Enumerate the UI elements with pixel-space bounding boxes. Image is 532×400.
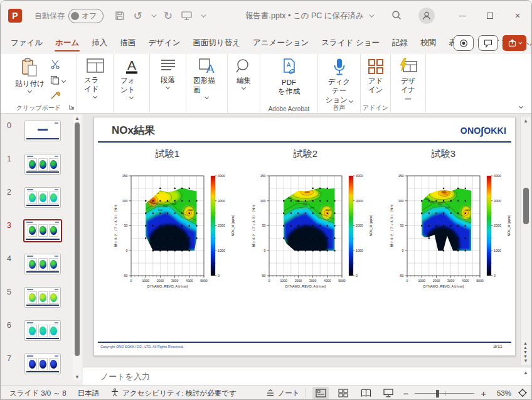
slide-counter[interactable]: スライド 3/0 ～ 8 bbox=[9, 389, 66, 398]
format-painter-icon[interactable] bbox=[50, 91, 65, 102]
zoom-slider[interactable] bbox=[415, 387, 474, 400]
scroll-up-icon[interactable]: ▲ bbox=[521, 118, 531, 124]
clipboard-group-label: クリップボード bbox=[1, 104, 77, 112]
tab-ホーム[interactable]: ホーム bbox=[49, 33, 85, 54]
slide-thumbnail-6[interactable] bbox=[24, 320, 61, 341]
copy-icon[interactable] bbox=[50, 75, 60, 87]
svg-text:2000: 2000 bbox=[430, 201, 435, 203]
document-title[interactable]: 報告書.pptx • この PC に保存済み bbox=[245, 1, 373, 31]
thumbnail-scrollbar-thumb[interactable] bbox=[75, 122, 80, 356]
search-icon[interactable] bbox=[391, 9, 402, 23]
language-indicator[interactable]: 日本語 bbox=[78, 389, 100, 398]
addins-grid-icon bbox=[367, 58, 385, 75]
copy-dropdown-icon[interactable] bbox=[61, 78, 66, 83]
accessibility-status[interactable]: アクセシビリティ: 検討が必要です bbox=[110, 388, 237, 398]
slideshow-from-start-icon[interactable] bbox=[181, 11, 192, 21]
comments-button[interactable] bbox=[478, 35, 498, 51]
zoom-out-button[interactable]: − bbox=[403, 388, 408, 399]
quick-access-dropdown-icon[interactable] bbox=[201, 12, 206, 17]
contour-plot-1[interactable]: 試験1 300025002000150010003000 01000200030… bbox=[112, 165, 238, 295]
autosave-toggle[interactable]: オフ bbox=[68, 9, 104, 23]
close-button[interactable]: × bbox=[504, 1, 531, 31]
tab-画面切り替え[interactable]: 画面切り替え bbox=[186, 33, 247, 54]
svg-text:A: A bbox=[206, 62, 214, 75]
tab-ファイル[interactable]: ファイル bbox=[4, 33, 49, 54]
record-button[interactable] bbox=[454, 35, 474, 51]
share-button[interactable] bbox=[503, 35, 526, 51]
svg-text:4000: 4000 bbox=[462, 279, 469, 283]
svg-text:NOx_M [ppm]: NOx_M [ppm] bbox=[231, 215, 235, 236]
slideshow-view-button[interactable] bbox=[380, 387, 396, 400]
drawing-button[interactable]: A 図形描画 bbox=[190, 57, 223, 99]
tab-校閲[interactable]: 校閲 bbox=[414, 33, 442, 54]
svg-text:2000: 2000 bbox=[433, 279, 440, 283]
svg-text:4000: 4000 bbox=[324, 279, 331, 283]
svg-text:1000: 1000 bbox=[356, 249, 363, 252]
designer-button[interactable]: デザイナー bbox=[395, 57, 422, 104]
svg-text:1000: 1000 bbox=[494, 249, 501, 252]
tab-デザイン[interactable]: デザイン bbox=[142, 33, 186, 54]
powerpoint-app-icon[interactable]: P bbox=[8, 9, 22, 23]
svg-text:-50: -50 bbox=[261, 274, 266, 278]
scroll-up-icon[interactable]: ▲ bbox=[73, 116, 82, 121]
maximize-button[interactable] bbox=[476, 1, 504, 31]
user-avatar[interactable] bbox=[418, 8, 435, 24]
slide-thumbnail-7[interactable] bbox=[24, 354, 61, 374]
find-icon bbox=[235, 58, 252, 75]
redo-icon[interactable]: ↻ bbox=[164, 11, 173, 21]
pdf-icon: A bbox=[280, 58, 298, 77]
slide-thumbnail-2[interactable] bbox=[24, 187, 61, 208]
undo-dropdown-icon[interactable] bbox=[151, 12, 156, 17]
contour-plot-2[interactable]: 試験2 300025002000150010003000 01000200030… bbox=[250, 165, 376, 295]
slide-scrollbar-thumb[interactable] bbox=[523, 188, 529, 224]
notes-placeholder[interactable]: ノートを入力 bbox=[100, 371, 150, 382]
next-slide-button[interactable]: ▼▼ bbox=[520, 350, 531, 359]
create-pdf-button[interactable]: A PDFを作成 bbox=[275, 57, 303, 97]
notes-pane[interactable]: ノートを入力 ▲ bbox=[83, 367, 531, 385]
contour-plot-3[interactable]: 試験3 300025002000150010003000 01000200030… bbox=[388, 165, 514, 295]
slide[interactable]: NOx結果 ONO∫OKKI 試験1 300025002000150010003… bbox=[93, 117, 516, 356]
thumbnail-scrollbar[interactable]: ▲ ▼ bbox=[73, 115, 82, 381]
tab-記録[interactable]: 記録 bbox=[386, 33, 414, 54]
slide-thumbnail-row: 7 bbox=[7, 354, 83, 374]
slide-thumbnail-3[interactable] bbox=[23, 219, 62, 242]
slide-thumbnail-5[interactable] bbox=[24, 287, 61, 308]
paste-button[interactable]: 貼り付け bbox=[12, 57, 48, 102]
svg-text:1000: 1000 bbox=[158, 209, 163, 212]
clipboard-dialog-launcher-icon[interactable] bbox=[69, 103, 75, 112]
previous-slide-button[interactable]: ▲▲ bbox=[520, 341, 531, 350]
dictate-button[interactable]: ディクテーション bbox=[322, 57, 356, 105]
font-button[interactable]: A フォント bbox=[117, 57, 146, 99]
addins-group-label: アドイン bbox=[361, 104, 390, 112]
collapse-ribbon-icon[interactable] bbox=[519, 104, 523, 109]
editing-button[interactable]: 編集 bbox=[232, 57, 255, 90]
slide-sorter-view-button[interactable] bbox=[335, 387, 351, 400]
slide-thumbnail-1[interactable] bbox=[24, 154, 61, 175]
normal-view-button[interactable] bbox=[312, 387, 329, 400]
notes-toggle-button[interactable]: ノート bbox=[266, 389, 299, 398]
tab-スライド ショー[interactable]: スライド ショー bbox=[315, 33, 386, 54]
save-icon[interactable] bbox=[115, 11, 125, 21]
paragraph-button[interactable]: 段落 bbox=[156, 57, 180, 89]
reading-view-button[interactable] bbox=[358, 387, 374, 400]
zoom-level[interactable]: 53% bbox=[492, 389, 511, 397]
slide-thumbnail-4[interactable] bbox=[24, 254, 61, 274]
fit-to-window-button[interactable] bbox=[518, 388, 528, 399]
svg-text:3000: 3000 bbox=[305, 191, 310, 193]
zoom-slider-thumb[interactable] bbox=[436, 390, 439, 397]
tab-アニメーション[interactable]: アニメーション bbox=[247, 33, 315, 54]
undo-icon[interactable]: ↺ bbox=[134, 11, 142, 21]
cut-icon[interactable] bbox=[50, 60, 65, 71]
addins-button[interactable]: アドイン bbox=[364, 57, 388, 95]
slide-thumbnail-0[interactable] bbox=[24, 121, 61, 141]
notes-scroll-up-icon[interactable]: ▲ bbox=[523, 370, 528, 376]
svg-text:150: 150 bbox=[398, 174, 404, 178]
scroll-down-icon[interactable]: ▼ bbox=[73, 374, 82, 380]
slides-button[interactable]: スライド bbox=[81, 57, 109, 99]
scroll-down-icon[interactable]: ▼ bbox=[521, 358, 531, 364]
tab-挿入[interactable]: 挿入 bbox=[85, 33, 114, 54]
slide-scrollbar[interactable]: ▲ ▼ bbox=[520, 117, 531, 365]
tab-描画[interactable]: 描画 bbox=[114, 33, 142, 54]
minimize-button[interactable] bbox=[449, 1, 476, 31]
zoom-in-button[interactable]: + bbox=[481, 388, 486, 399]
